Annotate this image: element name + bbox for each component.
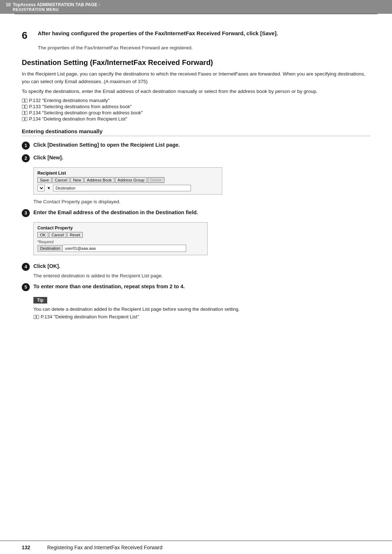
- ref-line-1: P.133 "Selecting destinations from addre…: [22, 104, 370, 109]
- ref-line-3: P.134 "Deleting destination from Recipie…: [22, 116, 370, 122]
- destination-row: ☑ ▼ Destination: [37, 185, 218, 191]
- ref-line-0: P.132 "Entering destinations manually": [22, 98, 370, 103]
- dest-label: Destination: [37, 245, 63, 252]
- header-title: TopAccess ADMINISTRATION TAB PAGE - REGI…: [13, 2, 100, 12]
- tip-label: Tip: [33, 297, 47, 304]
- footer: 132 Registering Fax and InternetFax Rece…: [0, 541, 392, 554]
- svg-rect-13: [37, 315, 39, 319]
- step6-number: 6: [22, 30, 35, 41]
- ok-btn[interactable]: OK: [37, 232, 48, 238]
- tip-book-icon: [33, 315, 39, 319]
- book-icon-0: [22, 98, 28, 103]
- recipient-list-ui: Recipient List Save Cancel New Address B…: [33, 167, 222, 195]
- required-label: *Required: [37, 240, 204, 244]
- tip-ref-text: P.134 "Deleting destination from Recipie…: [41, 314, 139, 319]
- step5-text: To enter more than one destination, repe…: [33, 283, 185, 290]
- step6-title: After having configured the properties o…: [38, 30, 278, 36]
- contact-property-ui: Contact Property OK Cancel Reset *Requir…: [33, 222, 208, 255]
- cancel-btn[interactable]: Cancel: [52, 177, 70, 183]
- header-page-num: 10: [6, 2, 11, 7]
- ref-text-1: P.133 "Selecting destinations from addre…: [29, 104, 132, 109]
- svg-rect-1: [25, 99, 27, 102]
- svg-rect-4: [25, 105, 27, 109]
- svg-rect-7: [25, 111, 27, 115]
- dest-select[interactable]: ☑: [37, 185, 45, 191]
- recipient-list-buttons: Save Cancel New Address Book Address Gro…: [37, 177, 218, 183]
- svg-rect-6: [22, 111, 24, 115]
- step4-text: Click [OK].: [33, 262, 60, 270]
- header-bar: 10 TopAccess ADMINISTRATION TAB PAGE - R…: [0, 0, 392, 14]
- reset-btn[interactable]: Reset: [67, 232, 83, 238]
- step3-text: Enter the Email address of the destinati…: [33, 209, 198, 216]
- delete-btn[interactable]: Delete: [148, 177, 164, 183]
- step3-num: 3: [22, 209, 30, 217]
- tip-ref-line: P.134 "Deleting destination from Recipie…: [33, 314, 370, 319]
- step4-note: The entered destination is added to the …: [33, 273, 370, 278]
- tip-text: You can delete a destination added to th…: [33, 306, 370, 313]
- section-heading: Destination Setting (Fax/InternetFax Rec…: [22, 58, 370, 67]
- step2-text: Click [New].: [33, 154, 63, 161]
- contact-cancel-btn[interactable]: Cancel: [49, 232, 66, 238]
- step6-section: 6 After having configured the properties…: [22, 30, 370, 41]
- step4: 4 Click [OK].: [22, 262, 370, 271]
- step3: 3 Enter the Email address of the destina…: [22, 209, 370, 217]
- save-btn[interactable]: Save: [37, 177, 52, 183]
- tip-box: Tip You can delete a destination added t…: [33, 297, 370, 320]
- destination-field: Destination: [53, 185, 191, 191]
- step6-body: The properties of the Fax/InternetFax Re…: [38, 45, 370, 50]
- svg-rect-3: [22, 105, 24, 109]
- step2: 2 Click [New].: [22, 154, 370, 162]
- step6-content: After having configured the properties o…: [38, 30, 278, 36]
- step1: 1 Click [Destination Setting] to open th…: [22, 141, 370, 150]
- ref-text-3: P.134 "Deleting destination from Recipie…: [29, 116, 127, 122]
- ref-text-2: P.134 "Selecting destination group from …: [29, 110, 143, 115]
- dest-input[interactable]: user01@aaa.aaa: [63, 245, 186, 252]
- book-icon-1: [22, 105, 28, 109]
- arrow-icon: ▼: [47, 186, 51, 190]
- step2-note: The Contact Property page is displayed.: [33, 199, 370, 204]
- header-line2: REGISTRATION MENU: [13, 7, 100, 12]
- dest-input-row: Destination user01@aaa.aaa: [37, 245, 204, 252]
- address-book-btn[interactable]: Address Book: [84, 177, 114, 183]
- step4-num: 4: [22, 263, 30, 271]
- header-line1: TopAccess ADMINISTRATION TAB PAGE -: [13, 2, 100, 7]
- subsection-title: Entering destinations manually: [22, 128, 370, 136]
- step1-text: Click [Destination Setting] to open the …: [33, 141, 180, 148]
- ref-text-0: P.132 "Entering destinations manually": [29, 98, 110, 103]
- contact-property-title: Contact Property: [37, 225, 204, 231]
- ref-line-2: P.134 "Selecting destination group from …: [22, 110, 370, 115]
- step5: 5 To enter more than one destination, re…: [22, 283, 370, 291]
- contact-buttons: OK Cancel Reset: [37, 232, 204, 238]
- step5-num: 5: [22, 283, 30, 291]
- svg-rect-9: [22, 117, 24, 121]
- recipient-list-title: Recipient List: [37, 171, 218, 176]
- address-group-btn[interactable]: Address Group: [115, 177, 147, 183]
- svg-rect-0: [22, 99, 24, 102]
- main-content: 6 After having configured the properties…: [0, 14, 392, 344]
- book-icon-2: [22, 111, 28, 115]
- footer-page: 132: [22, 545, 40, 550]
- svg-rect-12: [34, 315, 36, 319]
- step1-num: 1: [22, 142, 30, 150]
- intro-para2: To specify the destinations, enter the E…: [22, 88, 370, 95]
- footer-title: Registering Fax and InternetFax Received…: [47, 545, 162, 550]
- book-icon-3: [22, 117, 28, 121]
- intro-para1: In the Recipient List page, you can spec…: [22, 70, 370, 86]
- new-btn[interactable]: New: [70, 177, 83, 183]
- step2-num: 2: [22, 154, 30, 162]
- svg-rect-10: [25, 117, 27, 121]
